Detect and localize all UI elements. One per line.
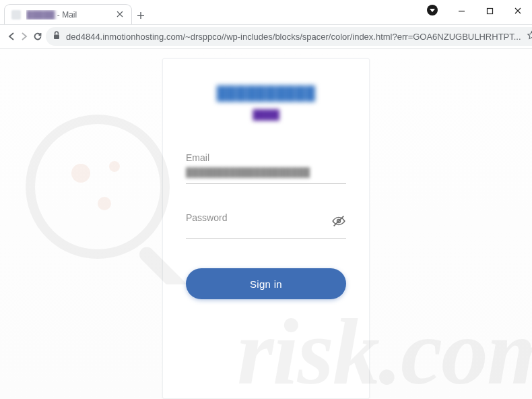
email-label: Email <box>186 152 346 163</box>
window-close-button[interactable] <box>504 1 532 20</box>
svg-point-7 <box>30 119 165 254</box>
svg-rect-1 <box>54 35 59 40</box>
browser-tab[interactable]: █████ - Mail <box>4 4 132 24</box>
browser-toolbar: ded4844.inmotionhosting.com/~drsppco//wp… <box>0 24 532 49</box>
svg-point-10 <box>98 197 111 210</box>
tab-favicon-icon <box>11 10 21 20</box>
brand-area: ██████████ ████ <box>186 86 346 120</box>
new-tab-button[interactable] <box>132 7 149 24</box>
email-field[interactable]: ████████████████████ <box>186 167 346 178</box>
nav-reload-button[interactable] <box>32 27 43 46</box>
close-tab-icon[interactable] <box>117 10 126 20</box>
nav-forward-button[interactable] <box>19 27 30 46</box>
login-card: ██████████ ████ Email ██████████████████… <box>162 58 370 399</box>
email-field-group: Email ████████████████████ <box>186 152 346 184</box>
bookmark-star-icon[interactable] <box>527 30 532 42</box>
tab-strip: █████ - Mail <box>4 4 149 24</box>
browser-identity-badge-icon[interactable] <box>427 5 438 16</box>
toggle-password-visibility-icon[interactable] <box>331 214 346 231</box>
window-minimize-button[interactable] <box>447 1 475 20</box>
field-underline <box>186 238 346 239</box>
password-field-group: Password <box>186 212 346 239</box>
lock-icon <box>53 31 61 42</box>
password-label: Password <box>186 212 346 223</box>
brand-sub-logo: ████ <box>186 109 346 120</box>
brand-logo-text: ██████████ <box>186 86 346 101</box>
sign-in-button[interactable]: Sign in <box>186 268 346 299</box>
address-bar[interactable]: ded4844.inmotionhosting.com/~drsppco//wp… <box>46 27 532 46</box>
window-maximize-button[interactable] <box>475 1 504 20</box>
svg-point-9 <box>109 161 120 172</box>
svg-rect-0 <box>487 8 492 13</box>
svg-point-8 <box>71 164 90 183</box>
page-viewport: ██████████ ████ Email ██████████████████… <box>0 49 532 399</box>
address-bar-url: ded4844.inmotionhosting.com/~drsppco//wp… <box>66 32 521 42</box>
window-controls <box>447 0 532 22</box>
nav-back-button[interactable] <box>5 27 16 46</box>
tab-title: █████ - Mail <box>26 10 111 20</box>
field-underline <box>186 183 346 184</box>
